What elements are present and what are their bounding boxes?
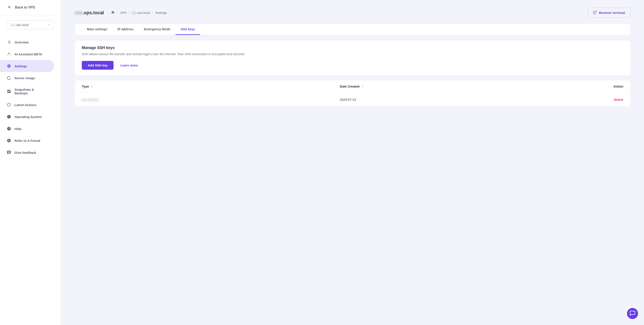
sort-icon — [91, 85, 93, 88]
header-left: xxx.vps.local - VPS - xxx.vps.local - Se… — [75, 10, 167, 16]
cell-action: Delete — [598, 98, 623, 102]
nav-items: Overview AI Assistant BETA Settings Serv… — [0, 34, 61, 160]
sidebar-item-feedback[interactable]: Give feedback — [0, 146, 54, 158]
sidebar-item-ai-assistant[interactable]: AI Assistant BETA — [0, 48, 54, 60]
server-selector[interactable]: xxx.vps.local — [7, 20, 54, 30]
back-to-vps-link[interactable]: Back to VPS — [0, 0, 61, 15]
manage-description: SSH allows secure file transfer and remo… — [82, 52, 623, 56]
main-content: xxx.vps.local - VPS - xxx.vps.local - Se… — [61, 0, 644, 325]
ssh-keys-table: Type Date Created Action xxx-xxxxxxx 202… — [75, 80, 630, 107]
learn-more-link[interactable]: Learn more — [120, 64, 138, 67]
table-header: Type Date Created Action — [75, 80, 630, 93]
svg-line-17 — [594, 11, 596, 12]
cell-date: 2023-07-22 — [340, 98, 598, 102]
tab-emergency-mode[interactable]: Emergency Mode — [139, 24, 175, 35]
nav-label: Refer to A Friend — [14, 139, 40, 142]
breadcrumb-page: Settings — [155, 11, 167, 14]
feedback-icon — [7, 150, 11, 154]
sidebar-item-snapshots[interactable]: Snapshots & Backups — [0, 84, 54, 99]
nav-label: Operating System — [14, 115, 42, 119]
manage-title: Manage SSH keys — [82, 46, 623, 50]
nav-label: Give feedback — [14, 151, 36, 154]
manage-ssh-card: Manage SSH keys SSH allows secure file t… — [75, 40, 630, 76]
svg-rect-8 — [9, 90, 11, 91]
nav-label: Overview — [14, 40, 29, 44]
usage-icon — [7, 76, 11, 80]
sidebar-item-settings[interactable]: Settings — [0, 60, 54, 72]
tab-ssh-keys[interactable]: SSH keys — [176, 24, 200, 35]
sidebar: Back to VPS xxx.vps.local Overview AI As… — [0, 0, 61, 325]
breadcrumb-server[interactable]: xxx.vps.local — [132, 11, 150, 14]
sidebar-item-overview[interactable]: Overview — [0, 36, 54, 48]
back-label: Back to VPS — [15, 6, 35, 9]
sidebar-item-latest-actions[interactable]: Latest Actions — [0, 99, 54, 111]
info-icon: i — [7, 114, 11, 119]
page-title: xxx.vps.local — [75, 10, 104, 16]
svg-text:$: $ — [8, 139, 10, 142]
nav-label: Server Usage — [14, 76, 35, 80]
home-icon[interactable] — [111, 10, 115, 15]
help-icon: ? — [7, 126, 11, 131]
chat-fab[interactable] — [627, 308, 638, 319]
delete-button[interactable]: Delete — [614, 98, 623, 102]
add-ssh-key-button[interactable]: Add SSH key — [82, 61, 114, 70]
svg-text:i: i — [8, 115, 9, 118]
column-header-action: Action — [598, 84, 623, 88]
chevron-down-icon — [48, 23, 50, 26]
breadcrumb: - VPS - xxx.vps.local - Settings — [111, 10, 167, 15]
grid-icon — [7, 89, 11, 94]
tabs: Main settings IP address Emergency Mode … — [75, 24, 630, 35]
arrow-left-icon — [8, 5, 12, 10]
header: xxx.vps.local - VPS - xxx.vps.local - Se… — [75, 8, 630, 18]
sidebar-item-help[interactable]: ? Help — [0, 123, 54, 134]
nav-label: Latest Actions — [14, 103, 36, 107]
nav-label: Snapshots & Backups — [14, 88, 47, 95]
svg-rect-9 — [9, 91, 11, 93]
manage-actions: Add SSH key Learn more — [82, 61, 623, 70]
svg-rect-7 — [8, 90, 9, 91]
chat-icon — [630, 310, 635, 317]
sidebar-item-operating-system[interactable]: i Operating System — [0, 111, 54, 123]
history-icon — [7, 103, 11, 107]
svg-text:?: ? — [8, 127, 10, 130]
list-icon — [7, 40, 11, 44]
breadcrumb-vps[interactable]: VPS — [120, 11, 126, 14]
gear-icon — [7, 64, 11, 68]
sort-icon — [362, 85, 363, 88]
nav-label: Help — [14, 127, 22, 130]
column-header-type[interactable]: Type — [82, 84, 340, 88]
nav-label: Settings — [14, 64, 27, 68]
sidebar-item-server-usage[interactable]: Server Usage — [0, 72, 54, 84]
sparkle-icon — [7, 52, 11, 56]
svg-rect-10 — [8, 92, 9, 93]
tab-ip-address[interactable]: IP address — [112, 24, 139, 35]
svg-point-6 — [8, 76, 11, 80]
cell-type: xxx-xxxxxxx — [82, 98, 340, 102]
dollar-icon: $ — [7, 138, 11, 143]
browser-terminal-button[interactable]: Browser terminal — [588, 8, 630, 18]
table-row: xxx-xxxxxxx 2023-07-22 Delete — [75, 93, 630, 106]
tab-main-settings[interactable]: Main settings — [82, 24, 112, 35]
external-link-icon — [593, 10, 597, 15]
sidebar-item-refer[interactable]: $ Refer to A Friend — [0, 134, 54, 146]
column-header-date[interactable]: Date Created — [340, 84, 598, 88]
divider — [107, 10, 108, 15]
nav-label: AI Assistant BETA — [14, 52, 42, 56]
server-selector-value: xxx.vps.local — [10, 23, 28, 26]
